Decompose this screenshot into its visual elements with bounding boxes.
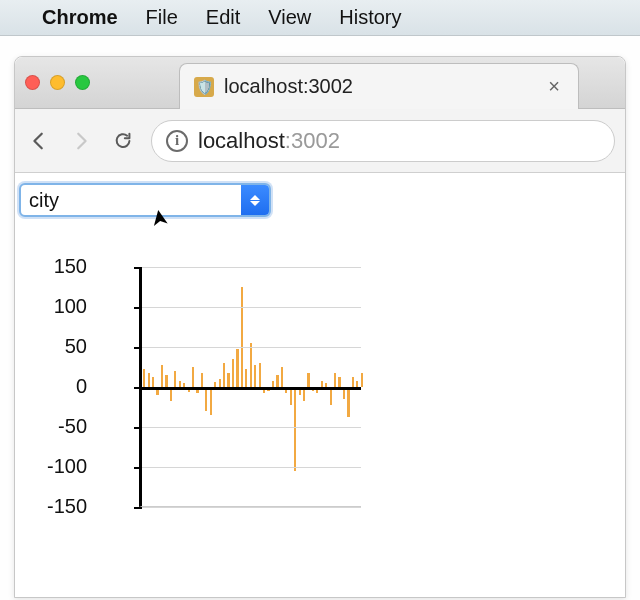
y-tick: [134, 347, 142, 349]
y-tick-label: 150: [27, 255, 87, 278]
y-tick: [134, 467, 142, 469]
bar: [232, 359, 234, 387]
menubar-app-name[interactable]: Chrome: [42, 6, 118, 29]
bar: [334, 373, 336, 387]
window-controls: [25, 75, 90, 90]
bar: [161, 365, 163, 387]
select-arrows-icon: [241, 185, 269, 215]
bar: [148, 373, 150, 387]
bar: [152, 377, 154, 387]
reload-icon: [112, 130, 134, 152]
url-text: localhost:3002: [198, 128, 340, 154]
page-content: city ➤ -150-100-50050100150: [15, 173, 625, 597]
gridline: [142, 347, 361, 348]
bar: [347, 387, 349, 417]
address-bar[interactable]: i localhost:3002: [151, 120, 615, 162]
bar: [294, 387, 296, 471]
menu-view[interactable]: View: [268, 6, 311, 29]
forward-button: [67, 127, 95, 155]
bar: [205, 387, 207, 411]
bar: [227, 373, 229, 387]
bar: [259, 363, 261, 387]
browser-tab[interactable]: localhost:3002 ×: [179, 63, 579, 109]
gridline: [142, 307, 361, 308]
bar: [236, 349, 238, 387]
macos-menubar: Chrome File Edit View History: [0, 0, 640, 36]
bar: [143, 369, 145, 387]
menu-history[interactable]: History: [339, 6, 401, 29]
site-info-icon[interactable]: i: [166, 130, 188, 152]
gridline: [142, 467, 361, 468]
window-zoom-button[interactable]: [75, 75, 90, 90]
browser-window: localhost:3002 × i localhost:3002 city: [14, 56, 626, 598]
y-tick-label: 100: [27, 295, 87, 318]
bar: [210, 387, 212, 415]
bar: [254, 365, 256, 387]
back-button[interactable]: [25, 127, 53, 155]
y-tick: [134, 427, 142, 429]
tab-bar: localhost:3002 ×: [15, 57, 625, 109]
url-rest: :3002: [285, 128, 340, 153]
bar: [241, 287, 243, 387]
bar: [338, 377, 340, 387]
y-tick-label: 0: [27, 375, 87, 398]
window-minimize-button[interactable]: [50, 75, 65, 90]
y-tick: [134, 307, 142, 309]
tab-close-icon[interactable]: ×: [544, 75, 564, 98]
bar: [352, 377, 354, 387]
gridline: [142, 507, 361, 508]
bar: [361, 373, 363, 387]
bar: [245, 369, 247, 387]
arrow-left-icon: [28, 130, 50, 152]
y-tick: [134, 267, 142, 269]
select-value: city: [21, 189, 241, 212]
y-tick-label: -150: [27, 495, 87, 518]
bar: [281, 367, 283, 387]
y-tick: [134, 387, 142, 389]
reload-button[interactable]: [109, 127, 137, 155]
arrow-right-icon: [70, 130, 92, 152]
mouse-cursor-icon: ➤: [146, 207, 175, 229]
menu-edit[interactable]: Edit: [206, 6, 240, 29]
tab-title: localhost:3002: [224, 75, 534, 98]
favicon-icon: [194, 77, 214, 97]
menu-file[interactable]: File: [146, 6, 178, 29]
bar: [165, 375, 167, 387]
bar-chart: -150-100-50050100150: [35, 257, 375, 537]
y-tick: [134, 507, 142, 509]
x-axis-line: [142, 387, 361, 390]
bar: [201, 373, 203, 387]
bar: [174, 371, 176, 387]
gridline: [142, 267, 361, 268]
bar: [307, 373, 309, 387]
gridline: [142, 427, 361, 428]
bar: [250, 343, 252, 387]
browser-toolbar: i localhost:3002: [15, 109, 625, 173]
bar: [223, 363, 225, 387]
bar: [276, 375, 278, 387]
y-tick-label: -50: [27, 415, 87, 438]
bar: [219, 379, 221, 387]
url-host: localhost: [198, 128, 285, 153]
window-close-button[interactable]: [25, 75, 40, 90]
bar: [192, 367, 194, 387]
y-tick-label: 50: [27, 335, 87, 358]
y-tick-label: -100: [27, 455, 87, 478]
